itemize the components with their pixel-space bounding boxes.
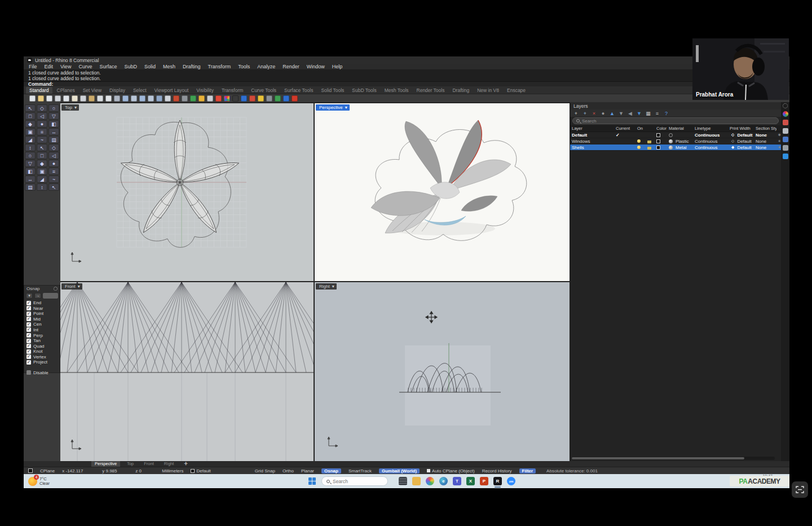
start-button[interactable] xyxy=(308,477,316,485)
checkbox-quad[interactable]: ✓ xyxy=(27,344,31,348)
edge-icon[interactable]: e xyxy=(439,477,448,485)
scale-icon[interactable]: ≡ xyxy=(48,168,59,175)
taskbar-search-input[interactable] xyxy=(333,479,383,484)
join-icon[interactable]: ◧ xyxy=(25,168,36,175)
menu-item-drafting[interactable]: Drafting xyxy=(182,64,202,69)
print-width[interactable]: Default xyxy=(735,139,751,144)
checkbox-knot[interactable]: ✓ xyxy=(27,349,31,354)
toolbar-tab-viewport-layout[interactable]: Viewport Layout xyxy=(151,87,192,94)
copy-to-clipboard-icon[interactable] xyxy=(72,95,78,102)
paste-icon[interactable] xyxy=(80,95,86,102)
section-style[interactable]: None xyxy=(754,145,776,150)
layer-row-shells[interactable]: Shells Metal Continuous ◆Default None ∗ xyxy=(570,144,781,151)
toolbar-tab-transform[interactable]: Transform xyxy=(218,87,246,94)
col-material[interactable]: Material xyxy=(667,126,693,131)
menu-item-surface[interactable]: Surface xyxy=(98,64,118,69)
toolbar-tab-enscape[interactable]: Enscape xyxy=(504,87,529,94)
surface-from-curves-icon[interactable]: ≡ xyxy=(37,128,47,135)
help-blue-icon[interactable] xyxy=(283,95,289,102)
select-arrow-icon[interactable]: ↖ xyxy=(25,104,36,112)
sphere-material-icon[interactable]: ● xyxy=(600,110,606,116)
col-print-width[interactable]: Print Width xyxy=(728,126,754,131)
menu-item-edit[interactable]: Edit xyxy=(43,64,55,69)
zoom-icon[interactable]: zm xyxy=(507,477,515,485)
col-color[interactable]: Color xyxy=(655,126,667,131)
named-views-icon[interactable] xyxy=(207,95,213,102)
help-icon[interactable]: ? xyxy=(663,110,669,116)
toolbar-tab-cplanes[interactable]: CPlanes xyxy=(54,87,78,94)
checkbox-cen[interactable]: ✓ xyxy=(27,322,31,327)
toolbar-tab-subd-tools[interactable]: SubD Tools xyxy=(348,87,379,94)
material-icon[interactable] xyxy=(669,139,673,143)
sun-study-icon[interactable] xyxy=(198,95,205,102)
print-width[interactable]: Default xyxy=(735,133,752,138)
toolbar-tab-drafting[interactable]: Drafting xyxy=(449,87,473,94)
col-current[interactable]: Current xyxy=(614,126,636,131)
new-sublayer-icon[interactable]: + xyxy=(582,110,588,116)
menu-item-mesh[interactable]: Mesh xyxy=(162,64,176,69)
toolbar-tab-visibility[interactable]: Visibility xyxy=(193,87,217,94)
checkbox-project[interactable]: ✓ xyxy=(27,360,31,365)
toolbar-tab-display[interactable]: Display xyxy=(106,87,129,94)
checkbox-tan[interactable]: ✓ xyxy=(27,339,31,343)
viewport-tab-perspective[interactable]: Perspective xyxy=(91,461,120,467)
layers-icon[interactable] xyxy=(783,137,788,142)
taskbar-search[interactable] xyxy=(321,476,388,486)
open-file-icon[interactable] xyxy=(38,95,44,102)
checkbox-point[interactable]: ✓ xyxy=(27,312,31,316)
menu-item-help[interactable]: Help xyxy=(331,64,344,69)
layer-color-swatch[interactable] xyxy=(656,139,660,143)
viewport-right[interactable]: Right ▾ xyxy=(315,282,570,462)
render-car-icon[interactable] xyxy=(173,95,179,102)
layer-on-bulb-icon[interactable] xyxy=(637,146,641,149)
osnap-option-int[interactable]: ✓Int xyxy=(27,327,58,332)
stop-red-icon[interactable] xyxy=(292,95,298,102)
checkbox-perp[interactable]: ✓ xyxy=(27,333,31,337)
save-small-icon[interactable] xyxy=(55,95,61,102)
osnap-option-mid[interactable]: ✓Mid xyxy=(27,317,58,322)
viewport-top-label[interactable]: Top ▾ xyxy=(61,104,79,111)
toolbar-tab-set-view[interactable]: Set View xyxy=(80,87,105,94)
layer-row-windows[interactable]: Windows Plastic Continuous ◇Default None… xyxy=(570,138,781,144)
viewport-front-label[interactable]: Front ▾ xyxy=(61,283,82,290)
toolbar-tab-solid-tools[interactable]: Solid Tools xyxy=(317,87,347,94)
viewport-perspective[interactable]: Perspective ▾ xyxy=(315,103,570,281)
file-explorer-icon[interactable] xyxy=(412,477,421,485)
layers-column-headers[interactable]: Layer Current On Color Material Linetype… xyxy=(570,125,781,132)
osnap-option-knot[interactable]: ✓Knot xyxy=(27,349,58,354)
statusbar-toggle-gumball-world-[interactable]: Gumball (World) xyxy=(379,468,420,474)
osnap-option-vertex[interactable]: ✓Vertex xyxy=(27,354,58,360)
col-linetype[interactable]: Linetype xyxy=(693,126,728,131)
grid-icon[interactable] xyxy=(28,468,33,473)
rectangle-icon[interactable]: ● xyxy=(37,120,47,128)
text-icon[interactable]: ↕ xyxy=(37,183,47,191)
menu-item-analyze[interactable]: Analyze xyxy=(256,64,276,69)
viewport-perspective-label[interactable]: Perspective ▾ xyxy=(316,104,350,111)
layer-lock-icon[interactable] xyxy=(647,147,651,150)
menu-item-solid[interactable]: Solid xyxy=(143,64,157,69)
layer-name[interactable]: Shells xyxy=(570,145,614,150)
grid-options-icon[interactable] xyxy=(275,95,281,102)
osnap-option-near[interactable]: ✓Near xyxy=(27,306,58,311)
viewport-front[interactable]: Front ▾ xyxy=(60,282,314,462)
zoom-extents-icon[interactable] xyxy=(131,95,137,102)
trim-icon[interactable]: ◁ xyxy=(48,152,59,159)
display-icon[interactable] xyxy=(783,128,788,134)
four-views-icon[interactable] xyxy=(165,95,171,102)
layer-linetype[interactable]: Continuous xyxy=(693,145,728,150)
menu-item-curve[interactable]: Curve xyxy=(77,64,93,69)
extrude-icon[interactable]: ◢ xyxy=(25,136,36,143)
zoom-selected-icon[interactable] xyxy=(139,95,145,102)
osnap-option-point[interactable]: ✓Point xyxy=(27,311,58,316)
loft-icon[interactable]: ↔ xyxy=(48,128,59,135)
array-icon[interactable]: ◢ xyxy=(37,176,47,183)
grid-view-icon[interactable]: ▦ xyxy=(645,110,651,116)
col-on[interactable]: On xyxy=(636,126,646,131)
menu-item-view[interactable]: View xyxy=(59,64,72,69)
command-prompt[interactable]: Command: xyxy=(24,81,789,86)
units-button[interactable]: Millimeters xyxy=(162,468,183,474)
web-browser-icon[interactable] xyxy=(783,154,788,159)
print-icon[interactable] xyxy=(63,95,69,102)
checkbox-disable[interactable] xyxy=(27,370,31,375)
osnap-option-end[interactable]: ✓End xyxy=(27,300,58,305)
